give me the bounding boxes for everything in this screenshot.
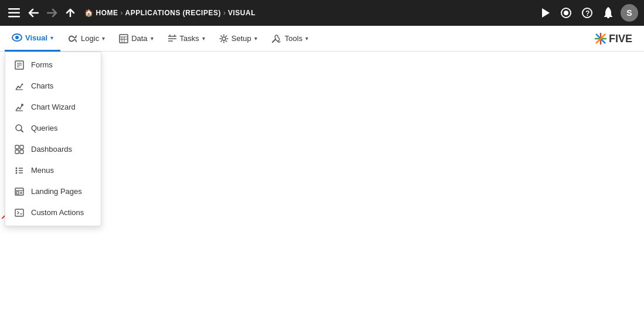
dropdown-item-charts[interactable]: Charts — [5, 76, 101, 97]
dropdown-item-chart-wizard-label: Chart Wizard — [31, 103, 76, 111]
dropdown-item-custom-actions[interactable]: Custom Actions — [5, 202, 101, 223]
hamburger-icon[interactable] — [6, 6, 22, 20]
nav-items: Visual ▾ Forms — [5, 26, 592, 52]
notifications-button[interactable] — [599, 5, 617, 21]
svg-rect-19 — [20, 145, 23, 149]
dropdown-item-queries[interactable]: Queries — [5, 118, 101, 139]
nav-item-setup[interactable]: Setup ▾ — [212, 26, 264, 52]
tools-icon — [271, 34, 282, 43]
svg-point-23 — [16, 169, 18, 171]
svg-line-17 — [21, 130, 23, 132]
forms-icon — [13, 60, 25, 70]
svg-rect-8 — [607, 17, 609, 18]
five-logo: FIVE — [592, 30, 639, 47]
avatar-letter: S — [626, 8, 632, 18]
nav-bar: Visual ▾ Forms — [0, 26, 644, 52]
breadcrumb-applications[interactable]: APPLICATIONS (RECIPES) — [125, 9, 221, 17]
setup-dropdown-arrow: ▾ — [254, 35, 257, 42]
svg-rect-21 — [20, 150, 23, 154]
tasks-dropdown-arrow: ▾ — [202, 35, 205, 42]
svg-text:FIVE: FIVE — [609, 33, 632, 45]
svg-rect-2 — [8, 16, 20, 18]
logic-dropdown-arrow: ▾ — [102, 35, 105, 42]
dropdown-item-queries-label: Queries — [31, 124, 58, 132]
record-button[interactable] — [557, 5, 575, 21]
nav-item-logic[interactable]: Logic ▾ — [60, 26, 112, 52]
logic-icon — [67, 34, 78, 43]
breadcrumb-visual[interactable]: VISUAL — [228, 9, 255, 17]
queries-icon — [13, 124, 25, 133]
top-bar-right: ? S — [537, 4, 638, 22]
breadcrumb: 🏠 HOME › APPLICATIONS (RECIPES) › VISUAL — [84, 9, 255, 17]
dropdown-item-chart-wizard[interactable]: Chart Wizard — [5, 97, 101, 118]
nav-item-tools-label: Tools — [285, 34, 302, 43]
up-icon[interactable] — [63, 6, 77, 20]
dropdown-item-menus[interactable]: Menus — [5, 160, 101, 181]
nav-item-visual-label: Visual — [25, 33, 47, 42]
visual-icon — [12, 33, 22, 42]
svg-text:?: ? — [585, 9, 590, 18]
dropdown-item-landing-pages[interactable]: Landing Pages — [5, 181, 101, 202]
breadcrumb-applications-label: APPLICATIONS (RECIPES) — [125, 9, 221, 17]
svg-rect-35 — [120, 35, 128, 43]
dropdown-item-forms[interactable]: Forms — [5, 55, 101, 76]
svg-point-24 — [16, 172, 18, 173]
svg-point-15 — [21, 104, 23, 106]
nav-item-setup-label: Setup — [231, 34, 251, 43]
home-icon: 🏠 — [84, 9, 94, 17]
forward-icon[interactable] — [45, 6, 60, 20]
back-icon[interactable] — [26, 6, 41, 20]
chart-wizard-icon — [13, 103, 25, 112]
breadcrumb-home[interactable]: 🏠 HOME — [84, 9, 118, 17]
breadcrumb-sep-1: › — [121, 9, 123, 17]
svg-point-5 — [564, 11, 568, 15]
dropdown-item-menus-label: Menus — [31, 166, 54, 175]
menus-icon — [13, 166, 25, 175]
nav-item-visual[interactable]: Visual ▾ Forms — [5, 26, 60, 52]
breadcrumb-home-label: HOME — [96, 9, 118, 17]
svg-rect-33 — [15, 209, 23, 216]
svg-marker-3 — [542, 8, 550, 18]
help-button[interactable]: ? — [578, 5, 596, 21]
svg-rect-0 — [8, 8, 20, 10]
dropdown-item-dashboards-label: Dashboards — [31, 145, 72, 154]
svg-rect-20 — [15, 150, 19, 154]
dashboards-icon — [13, 145, 25, 154]
breadcrumb-sep-2: › — [223, 9, 226, 17]
tools-dropdown-arrow: ▾ — [305, 35, 308, 42]
nav-item-tools[interactable]: Tools ▾ — [264, 26, 315, 52]
landing-pages-icon — [13, 187, 25, 196]
nav-item-data[interactable]: Data ▾ — [112, 26, 160, 52]
visual-dropdown: Forms Charts — [5, 52, 101, 226]
play-button[interactable] — [537, 5, 554, 21]
breadcrumb-visual-label: VISUAL — [228, 9, 255, 17]
svg-point-10 — [15, 36, 19, 39]
svg-point-45 — [222, 37, 226, 40]
top-bar-left: 🏠 HOME › APPLICATIONS (RECIPES) › VISUAL — [6, 6, 533, 20]
top-bar: 🏠 HOME › APPLICATIONS (RECIPES) › VISUAL — [0, 0, 644, 26]
dropdown-item-custom-actions-label: Custom Actions — [31, 208, 84, 217]
nav-item-logic-label: Logic — [81, 34, 99, 43]
nav-item-tasks[interactable]: Tasks ▾ — [161, 26, 212, 52]
data-icon — [119, 34, 128, 43]
charts-icon — [13, 81, 25, 91]
svg-point-22 — [16, 167, 18, 169]
svg-rect-18 — [15, 145, 19, 149]
custom-actions-icon — [13, 208, 25, 217]
visual-dropdown-arrow: ▾ — [50, 35, 53, 41]
tasks-icon — [168, 34, 177, 43]
dropdown-item-charts-label: Charts — [31, 81, 53, 90]
dropdown-item-landing-pages-label: Landing Pages — [31, 187, 82, 196]
dropdown-item-forms-label: Forms — [31, 60, 53, 69]
setup-icon — [219, 34, 229, 43]
svg-rect-30 — [16, 192, 19, 194]
nav-item-data-label: Data — [131, 34, 147, 43]
svg-rect-1 — [8, 12, 20, 14]
user-avatar[interactable]: S — [621, 4, 638, 22]
dropdown-item-dashboards[interactable]: Dashboards — [5, 139, 101, 160]
nav-item-tasks-label: Tasks — [180, 34, 199, 43]
data-dropdown-arrow: ▾ — [151, 35, 154, 42]
